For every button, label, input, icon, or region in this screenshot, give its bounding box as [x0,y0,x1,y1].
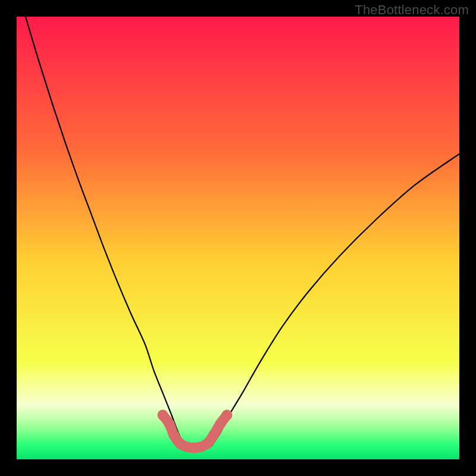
svg-point-2 [168,430,179,440]
chart-svg [17,17,459,459]
svg-point-1 [164,418,175,429]
svg-point-0 [158,410,168,421]
chart-plot-area [17,17,459,459]
chart-frame: TheBottleneck.com [0,0,476,476]
watermark-text: TheBottleneck.com [355,2,469,18]
gradient-background [17,17,459,459]
svg-point-7 [202,439,212,449]
svg-point-9 [215,418,226,429]
svg-point-10 [221,410,232,421]
svg-point-8 [208,430,219,440]
